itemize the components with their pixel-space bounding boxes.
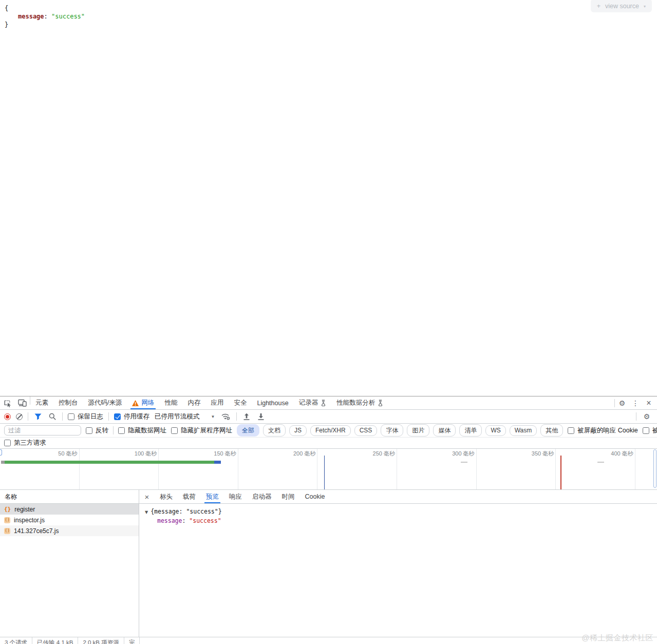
search-icon[interactable] bbox=[48, 411, 57, 422]
close-devtools-icon[interactable]: × bbox=[643, 397, 655, 409]
tab-network[interactable]: 网络 bbox=[127, 396, 159, 409]
network-filter-bar-2: 第三方请求 bbox=[0, 438, 657, 449]
network-overview-timeline[interactable]: 50 毫秒100 毫秒150 毫秒200 毫秒250 毫秒300 毫秒350 毫… bbox=[0, 449, 657, 490]
overview-right-handle[interactable] bbox=[653, 449, 656, 488]
details-tab-cookies[interactable]: Cookie bbox=[300, 490, 330, 503]
inspect-element-icon[interactable] bbox=[2, 397, 14, 409]
checkbox-unchecked[interactable] bbox=[568, 427, 574, 434]
details-tab-response[interactable]: 响应 bbox=[224, 490, 247, 503]
checkbox-unchecked[interactable] bbox=[171, 427, 178, 434]
clear-network-log-icon[interactable] bbox=[16, 413, 23, 420]
details-tab-preview[interactable]: 预览 bbox=[201, 490, 224, 503]
tab-label: 安全 bbox=[234, 399, 247, 407]
tabbar-right-icons: ⚙ ⋮ × bbox=[614, 396, 657, 409]
filter-pill-js[interactable]: JS bbox=[289, 425, 307, 436]
request-name: inspector.js bbox=[14, 517, 45, 524]
import-har-icon[interactable] bbox=[242, 411, 251, 422]
network-settings-gear-icon[interactable]: ⚙ bbox=[641, 411, 653, 422]
filter-funnel-icon[interactable] bbox=[33, 411, 43, 422]
filter-pill-manifest[interactable]: 清单 bbox=[459, 424, 482, 437]
request-row-inspector.js[interactable]: ()inspector.js bbox=[0, 515, 139, 525]
disable-cache-checkbox[interactable]: 停用缓存 bbox=[114, 412, 149, 421]
checkbox-unchecked[interactable] bbox=[68, 413, 74, 420]
timeline-tick-label: 100 毫秒 bbox=[135, 450, 157, 458]
tab-label: 性能 bbox=[164, 399, 177, 407]
details-tab-headers[interactable]: 标头 bbox=[155, 490, 178, 503]
warning-icon bbox=[132, 400, 139, 406]
filter-pill-doc[interactable]: 文档 bbox=[263, 424, 286, 437]
details-tab-initiator[interactable]: 启动器 bbox=[247, 490, 277, 503]
details-tab-timing[interactable]: 时间 bbox=[277, 490, 300, 503]
filter-pill-img[interactable]: 图片 bbox=[407, 424, 429, 437]
timeline-tick-label: 400 毫秒 bbox=[611, 450, 633, 458]
throttling-select[interactable]: 已停用节流模式 ▼ bbox=[155, 412, 215, 421]
network-main-split: 名称 {}register()inspector.js()141.327ce5c… bbox=[0, 490, 657, 637]
tab-lighthouse[interactable]: Lighthouse bbox=[252, 396, 293, 409]
load-event-line bbox=[560, 456, 561, 489]
settings-gear-icon[interactable]: ⚙ bbox=[616, 397, 628, 409]
invert-checkbox[interactable]: 反转 bbox=[86, 426, 108, 435]
json-key: message bbox=[18, 13, 44, 20]
filter-pill-other[interactable]: 其他 bbox=[540, 424, 563, 437]
tab-performance-insights[interactable]: 性能数据分析 bbox=[331, 396, 388, 409]
tab-label: 源代码/来源 bbox=[88, 399, 122, 407]
preserve-log-checkbox[interactable]: 保留日志 bbox=[68, 412, 103, 421]
request-row-141.327ce5c7.js[interactable]: ()141.327ce5c7.js bbox=[0, 525, 139, 536]
overview-bar-end bbox=[214, 461, 220, 464]
preview-summary-line[interactable]: {message: "success"} bbox=[145, 507, 657, 517]
export-har-icon[interactable] bbox=[256, 411, 266, 422]
request-row-register[interactable]: {}register bbox=[0, 504, 139, 515]
dcl-event-line bbox=[324, 456, 325, 489]
third-party-checkbox[interactable]: 第三方请求 bbox=[4, 439, 46, 447]
filter-pill-all[interactable]: 全部 bbox=[237, 424, 259, 437]
checkbox-unchecked[interactable] bbox=[86, 427, 92, 434]
tab-application[interactable]: 应用 bbox=[205, 396, 229, 409]
device-toolbar-icon[interactable] bbox=[16, 397, 28, 409]
checkbox-unchecked[interactable] bbox=[4, 440, 11, 446]
kebab-menu-icon[interactable]: ⋮ bbox=[629, 397, 642, 409]
tab-security[interactable]: 安全 bbox=[229, 396, 252, 409]
timeline-tick-label: 200 毫秒 bbox=[293, 450, 315, 458]
close-details-icon[interactable]: × bbox=[139, 490, 155, 503]
divider bbox=[636, 412, 636, 421]
tab-performance[interactable]: 性能 bbox=[159, 396, 182, 409]
divider bbox=[236, 412, 237, 421]
network-conditions-icon[interactable] bbox=[220, 411, 231, 422]
filter-pill-media[interactable]: 媒体 bbox=[433, 424, 456, 437]
details-tabbar: × 标头载荷预览响应启动器时间Cookie bbox=[139, 490, 657, 504]
collapse-triangle-icon[interactable] bbox=[145, 508, 151, 515]
timeline-tick-label: 350 毫秒 bbox=[532, 450, 554, 458]
watermark: @稀土掘金技术社区 bbox=[581, 633, 653, 643]
tab-recorder[interactable]: 记录器 bbox=[294, 396, 332, 409]
third-party-label: 第三方请求 bbox=[14, 439, 46, 447]
tab-console[interactable]: 控制台 bbox=[53, 396, 83, 409]
tab-sources[interactable]: 源代码/来源 bbox=[83, 396, 127, 409]
overview-bar-start bbox=[1, 461, 5, 464]
checkbox-unchecked[interactable] bbox=[643, 427, 649, 434]
checkbox-unchecked[interactable] bbox=[118, 427, 125, 434]
tab-memory[interactable]: 内存 bbox=[182, 396, 205, 409]
blocked-cookies-checkbox[interactable]: 被屏蔽的响应 Cookie bbox=[568, 426, 637, 435]
filter-pill-fetch-xhr[interactable]: Fetch/XHR bbox=[310, 425, 351, 436]
tab-elements[interactable]: 元素 bbox=[30, 396, 53, 409]
network-filter-bar: 反转 隐藏数据网址 隐藏扩展程序网址 全部文档JSFetch/XHRCSS字体图… bbox=[0, 424, 657, 438]
checkbox-checked[interactable] bbox=[114, 413, 121, 420]
view-source-button[interactable]: + view source ▾ bbox=[591, 0, 652, 12]
details-tab-payload[interactable]: 载荷 bbox=[178, 490, 201, 503]
record-network-log-icon[interactable] bbox=[4, 413, 11, 420]
json-close-brace: } bbox=[5, 21, 85, 29]
hide-data-urls-checkbox[interactable]: 隐藏数据网址 bbox=[118, 426, 166, 435]
blocked-requests-checkbox[interactable]: 被屏蔽的请求 bbox=[643, 426, 657, 435]
filter-pill-css[interactable]: CSS bbox=[354, 425, 378, 436]
filter-input[interactable] bbox=[4, 425, 81, 435]
json-colon: : bbox=[44, 13, 51, 20]
filter-pill-font[interactable]: 字体 bbox=[381, 424, 403, 437]
hide-extension-urls-checkbox[interactable]: 隐藏扩展程序网址 bbox=[171, 426, 232, 435]
overview-small-request-mark bbox=[597, 462, 604, 463]
timeline-segment: 300 毫秒 bbox=[397, 449, 477, 489]
divider bbox=[614, 399, 615, 407]
timeline-segment: 400 毫秒 bbox=[556, 449, 635, 489]
request-table-header-name[interactable]: 名称 bbox=[0, 490, 139, 504]
filter-pill-ws[interactable]: WS bbox=[485, 425, 505, 436]
filter-pill-wasm[interactable]: Wasm bbox=[510, 425, 537, 436]
